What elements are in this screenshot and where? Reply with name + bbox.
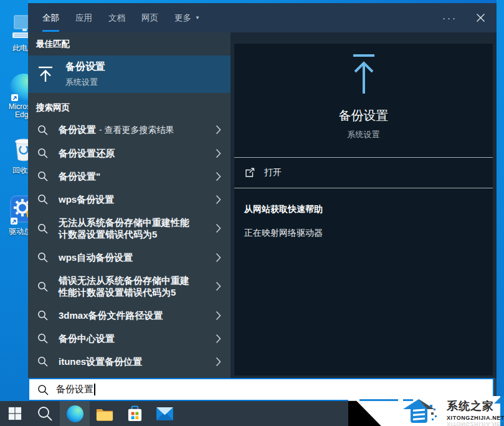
close-button[interactable] [476, 13, 485, 22]
suggestion-row[interactable]: 备份设置" [28, 165, 231, 188]
tab-web[interactable]: 网页 [141, 3, 158, 32]
search-suggestion-icon [37, 333, 48, 344]
desktop-icon-label: 回收站 [12, 167, 28, 175]
backup-arrow-icon-large [351, 54, 377, 97]
best-match-subtitle: 系统设置 [65, 77, 105, 88]
tab-more[interactable]: 更多▼ [174, 3, 200, 32]
search-flyout: 全部 应用 文档 网页 更多▼ ··· 最佳匹配 [28, 0, 497, 401]
desktop-icon-label: 驱动总裁 [9, 228, 28, 236]
suggestion-text: 备份设置还原 [59, 147, 194, 159]
open-icon [244, 168, 255, 178]
search-suggestion-icon [37, 194, 48, 205]
tab-apps[interactable]: 应用 [75, 3, 92, 32]
suggestion-row[interactable]: 备份设置- 查看更多搜索结果 [28, 118, 231, 142]
chevron-right-icon [216, 148, 221, 158]
search-suggestion-icon [37, 281, 48, 292]
tab-all[interactable]: 全部 [42, 3, 59, 32]
mail-icon [156, 407, 173, 420]
suggestion-text: 错误无法从系统备份存储中重建性能计数器设置错误代码为5 [59, 274, 194, 298]
edge-icon [67, 405, 83, 422]
preview-title: 备份设置 [339, 107, 389, 124]
backup-arrow-icon [36, 65, 55, 83]
suggestion-row[interactable]: wps备份设置 [28, 188, 231, 211]
watermark-name: 系统之家 [447, 399, 504, 414]
preview-subtitle: 系统设置 [348, 129, 380, 140]
chevron-right-icon [216, 125, 221, 135]
search-suggestion-icon [37, 148, 48, 158]
suggestion-row[interactable]: 备份设置还原 [28, 142, 231, 165]
watermark-site: XITONGZHIJIA.NET [447, 415, 504, 421]
search-suggestion-icon [37, 171, 48, 182]
file-explorer-button[interactable] [90, 401, 120, 426]
desktop-icon-recycle-bin[interactable]: 回收站 [1, 135, 28, 175]
microsoft-store-icon [127, 405, 143, 422]
start-button[interactable] [0, 401, 30, 426]
help-link[interactable]: 正在映射网络驱动器 [244, 228, 323, 239]
desktop-icon-label: Microsoft Edge [1, 103, 28, 119]
watermark: 系统之家 XITONGZHIJIA.NET XITONGZHIJIA.NET [348, 396, 504, 426]
suggestion-text: wps自动备份设置 [59, 251, 194, 263]
file-explorer-icon [96, 407, 113, 421]
search-suggestion-icon [37, 310, 48, 321]
chevron-right-icon [216, 172, 221, 182]
watermark-reflection: XITONGZHIJIA.NET [447, 421, 504, 426]
open-label: 打开 [264, 167, 282, 178]
search-filter-tabs: 全部 应用 文档 网页 更多▼ ··· [28, 3, 497, 32]
suggestion-text: itunes设置备份位置 [59, 356, 194, 367]
open-action[interactable]: 打开 [234, 158, 493, 188]
edge-icon [10, 74, 28, 101]
suggestion-text: wps备份设置 [59, 193, 194, 205]
driver-app-icon [9, 195, 28, 226]
chevron-right-icon [216, 223, 221, 233]
suggestion-row[interactable]: 3dmax备份文件路径设置 [28, 304, 231, 327]
divider [234, 188, 493, 188]
desktop-icon-label: 此电脑 [12, 44, 28, 52]
chevron-right-icon [216, 311, 221, 321]
shortcut-arrow-icon [11, 94, 18, 101]
suggestion-text: 备份设置- 查看更多搜索结果 [59, 123, 194, 136]
chevron-right-icon [216, 195, 221, 205]
chevron-right-icon [216, 253, 221, 263]
text-caret [94, 384, 95, 395]
desktop-icon-edge[interactable]: Microsoft Edge [1, 74, 28, 119]
best-match-header: 最佳匹配 [28, 39, 231, 56]
shortcut-arrow-icon [11, 218, 17, 225]
mail-button[interactable] [150, 401, 179, 426]
edge-taskbar-button[interactable] [60, 401, 90, 426]
watermark-logo-icon [402, 397, 444, 426]
results-column: 最佳匹配 备份设置 系统设置 搜索网页 [28, 32, 231, 378]
recycle-bin-icon [11, 135, 28, 165]
best-match-title: 备份设置 [65, 61, 105, 74]
suggestion-row[interactable]: 备份中心设置 [28, 327, 231, 350]
search-suggestion-icon [37, 125, 48, 135]
search-suggestion-icon [37, 223, 48, 234]
chevron-right-icon [216, 357, 221, 367]
store-button[interactable] [120, 401, 150, 426]
best-match-result[interactable]: 备份设置 系统设置 [28, 56, 231, 93]
taskbar-search-button[interactable] [30, 401, 60, 426]
suggestion-row[interactable]: itunes设置备份位置 [28, 350, 231, 373]
search-icon [37, 384, 49, 395]
suggestion-text: 备份设置" [59, 170, 194, 182]
preview-panel: 备份设置 系统设置 打开 从网站获取快速帮助 正在映射网络驱动器 [231, 32, 497, 378]
chevron-right-icon [216, 334, 221, 344]
suggestion-text: 无法从系统备份存储中重建性能计数器设置错误代码为5 [59, 216, 194, 240]
suggestion-row[interactable]: 错误无法从系统备份存储中重建性能计数器设置错误代码为5 [28, 269, 231, 304]
windows-logo-icon [8, 407, 22, 420]
this-pc-icon [11, 14, 28, 42]
suggestion-row[interactable]: wps自动备份设置 [28, 246, 231, 269]
chevron-right-icon [216, 281, 221, 291]
desktop-root: { "colors": { "accent": "#0078d7", "desk… [0, 0, 504, 426]
desktop-icon-this-pc[interactable]: 此电脑 [1, 14, 28, 52]
help-section-header: 从网站获取快速帮助 [244, 204, 323, 215]
search-suggestion-icon [37, 252, 48, 263]
web-search-header: 搜索网页 [36, 102, 231, 114]
search-icon [37, 405, 53, 422]
desktop-icon-driver-app[interactable]: 驱动总裁 [1, 195, 28, 236]
suggestion-row[interactable]: 无法从系统备份存储中重建性能计数器设置错误代码为5 [28, 211, 231, 246]
desktop-icon-strip: 此电脑 Microsoft Edge 回收站 [0, 0, 28, 401]
suggestion-text: 3dmax备份文件路径设置 [59, 309, 194, 321]
ellipsis-menu-button[interactable]: ··· [442, 15, 457, 21]
tab-documents[interactable]: 文档 [108, 3, 125, 32]
search-suggestion-icon [37, 356, 48, 367]
